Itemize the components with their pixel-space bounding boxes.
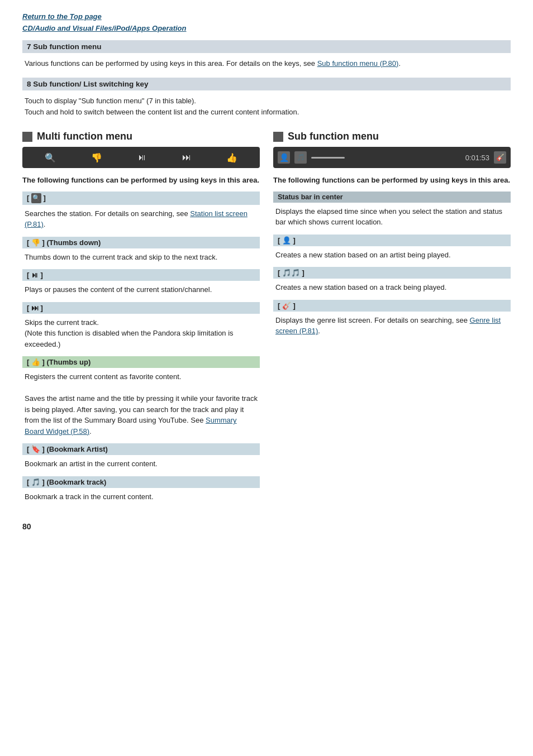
return-to-top-link[interactable]: Return to the Top page [22,11,511,23]
track-bar-icon[interactable]: 🎵 [294,151,307,164]
sub-function-menu-link[interactable]: Sub function menu (P.80) [317,59,399,68]
search-icon: 🔍 [31,193,41,203]
key-header-thumbsup: [ 👍 ] (Thumbs up) [22,356,260,368]
thumbsdown-bar-icon[interactable]: 👎 [91,152,102,163]
thumbsup-bar-icon[interactable]: 👍 [226,152,237,163]
two-column-layout: Multi function menu 🔍 👎 ⏯ ⏭ 👍 The follow… [22,131,511,505]
status-bar-line [311,157,345,159]
sub-function-menu-title: Sub function menu [288,131,379,142]
artist-station-icon: 👤 [282,236,291,245]
sub-function-menu-title-row: Sub function menu [273,131,511,142]
section7: 7 Sub function menu Various functions ca… [22,40,511,74]
section7-body: Various functions can be performed by us… [22,56,511,74]
time-display: 0:01:53 [465,154,489,162]
track-station-icon: 🎵🎵 [282,269,300,277]
key-header-playpause: [ ⏯ ] [22,269,260,281]
left-function-desc: The following functions can be performed… [22,175,260,186]
section8-header: 8 Sub function/ List switching key [22,78,511,90]
key-header-bookmark-track: [ 🎵 ] (Bookmark track) [22,476,260,488]
playpause-icon: ⏯ [31,271,39,279]
multi-function-menu-title: Multi function menu [37,131,132,142]
section7-header: 7 Sub function menu [22,40,511,53]
playpause-bar-icon[interactable]: ⏯ [137,152,146,162]
sub-menu-color-box [273,132,283,142]
key-body-bookmark-artist: Bookmark an artist in the current conten… [22,457,260,473]
right-column: Sub function menu 👤 🎵 0:01:53 🎸 The foll… [273,131,511,505]
genre-bar-icon[interactable]: 🎸 [494,151,506,164]
multi-function-ui-bar: 🔍 👎 ⏯ ⏭ 👍 [22,147,260,168]
left-column: Multi function menu 🔍 👎 ⏯ ⏭ 👍 The follow… [22,131,260,505]
status-bar-center-body: Displays the elapsed time since when you… [273,205,511,231]
key-body-skip: Skips the current track. (Note this func… [22,316,260,353]
cd-audio-link[interactable]: CD/Audio and Visual Files/iPod/Apps Oper… [22,23,511,35]
right-function-desc: The following functions can be performed… [273,175,511,186]
top-links: Return to the Top page CD/Audio and Visu… [22,11,511,35]
genre-list-link[interactable]: Genre list screen (P.81) [275,316,501,336]
key-body-thumbsup: Registers the current content as favorit… [22,370,260,440]
thumbsup-icon: 👍 [31,358,40,366]
genre-icon: 🎸 [282,302,291,310]
key-header-thumbsdown: [ 👎 ] (Thumbs down) [22,237,260,248]
key-header-skip: [ ⏭ ] [22,302,260,314]
thumbsdown-icon: 👎 [31,238,40,247]
sub-function-ui-bar: 👤 🎵 0:01:53 🎸 [273,147,511,168]
summary-board-link[interactable]: Summary Board Widget (P.58) [25,416,237,436]
search-bar-icon[interactable]: 🔍 [45,152,56,163]
key-body-playpause: Plays or pauses the content of the curre… [22,283,260,299]
key-header-track-station: [ 🎵🎵 ] [273,267,511,279]
key-body-artist-station: Creates a new station based on an artist… [273,248,511,264]
station-list-link[interactable]: Station list screen (P.81) [25,209,248,229]
multi-function-menu-title-row: Multi function menu [22,131,260,142]
multi-menu-color-box [22,132,32,142]
key-header-bookmark-artist: [ 🔖 ] (Bookmark Artist) [22,443,260,455]
key-header-search: [ 🔍 ] [22,192,260,205]
status-bar-center-header: Status bar in center [273,192,511,203]
skip-bar-icon[interactable]: ⏭ [182,152,191,162]
key-body-search: Searches the station. For details on sea… [22,207,260,233]
key-header-genre: [ 🎸 ] [273,300,511,312]
section8-body: Touch to display "Sub function menu" (7 … [22,93,511,122]
key-body-track-station: Creates a new station based on a track b… [273,281,511,296]
key-body-bookmark-track: Bookmark a track in the current content. [22,490,260,506]
key-body-thumbsdown: Thumbs down to the current track and ski… [22,251,260,266]
artist-bar-icon[interactable]: 👤 [278,151,290,164]
skip-icon: ⏭ [31,304,39,312]
page-number: 80 [22,522,511,531]
bookmark-track-icon: 🎵 [31,478,40,486]
section8: 8 Sub function/ List switching key Touch… [22,78,511,122]
bookmark-artist-icon: 🔖 [31,445,40,453]
key-body-genre: Displays the genre list screen. For deta… [273,314,511,340]
key-header-artist-station: [ 👤 ] [273,235,511,246]
